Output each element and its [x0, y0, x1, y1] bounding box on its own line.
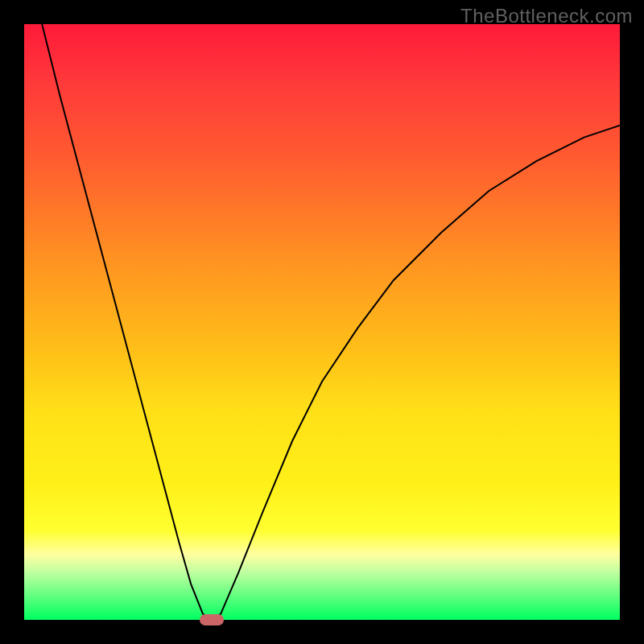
optimal-marker	[200, 614, 224, 625]
chart-container: TheBottleneck.com	[0, 0, 644, 644]
bottleneck-curve	[24, 24, 620, 620]
plot-area	[24, 24, 620, 620]
